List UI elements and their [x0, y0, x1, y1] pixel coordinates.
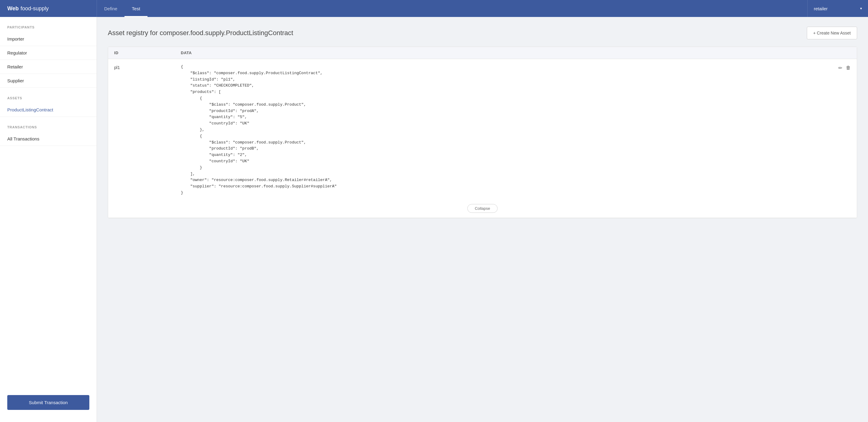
main-header: Asset registry for composer.food.supply.… [108, 27, 857, 39]
col-header-id: ID [114, 51, 181, 55]
create-asset-button[interactable]: + Create New Asset [807, 27, 857, 39]
sidebar-item-all-transactions[interactable]: All Transactions [0, 132, 97, 146]
dropdown-arrow-icon: ▾ [860, 6, 862, 10]
user-dropdown[interactable]: retailer ▾ [807, 0, 868, 17]
section-transactions-label: TRANSACTIONS [0, 117, 97, 132]
brand-web: Web [7, 5, 19, 12]
cell-id: pl1 [114, 64, 181, 70]
table-row: pl1 { "$class": "composer.food.supply.Pr… [108, 59, 857, 218]
section-assets-label: ASSETS [0, 88, 97, 103]
nav-define[interactable]: Define [97, 0, 124, 17]
table-header: ID Data [108, 47, 857, 59]
table-row-main: pl1 { "$class": "composer.food.supply.Pr… [108, 59, 857, 201]
sidebar-item-retailer[interactable]: Retailer [0, 60, 97, 74]
col-header-data: Data [181, 51, 851, 55]
page-title: Asset registry for composer.food.supply.… [108, 29, 293, 37]
sidebar-item-product-listing[interactable]: ProductListingContract [0, 103, 97, 117]
main-content: Asset registry for composer.food.supply.… [97, 17, 868, 422]
topbar: Web food-supply Define Test retailer ▾ [0, 0, 868, 17]
cell-data: { "$class": "composer.food.supply.Produc… [181, 64, 827, 196]
brand-name: food-supply [21, 5, 49, 12]
edit-icon[interactable]: ✏ [838, 65, 842, 71]
delete-icon[interactable]: 🗑 [846, 65, 851, 70]
section-participants-label: PARTICIPANTS [0, 17, 97, 32]
collapse-row: Collapse [108, 201, 857, 218]
main-layout: PARTICIPANTS Importer Regulator Retailer… [0, 17, 868, 422]
nav-test[interactable]: Test [124, 0, 148, 17]
topbar-brand: Web food-supply [0, 0, 97, 17]
submit-transaction-button[interactable]: Submit Transaction [7, 395, 89, 410]
sidebar: PARTICIPANTS Importer Regulator Retailer… [0, 17, 97, 422]
current-user: retailer [814, 6, 828, 11]
collapse-button[interactable]: Collapse [467, 204, 498, 213]
sidebar-item-importer[interactable]: Importer [0, 32, 97, 46]
sidebar-item-supplier[interactable]: Supplier [0, 74, 97, 88]
sidebar-item-regulator[interactable]: Regulator [0, 46, 97, 60]
asset-table: ID Data pl1 { "$class": "composer.food.s… [108, 46, 857, 218]
topbar-nav: Define Test [97, 0, 807, 17]
cell-actions: ✏ 🗑 [827, 64, 851, 71]
